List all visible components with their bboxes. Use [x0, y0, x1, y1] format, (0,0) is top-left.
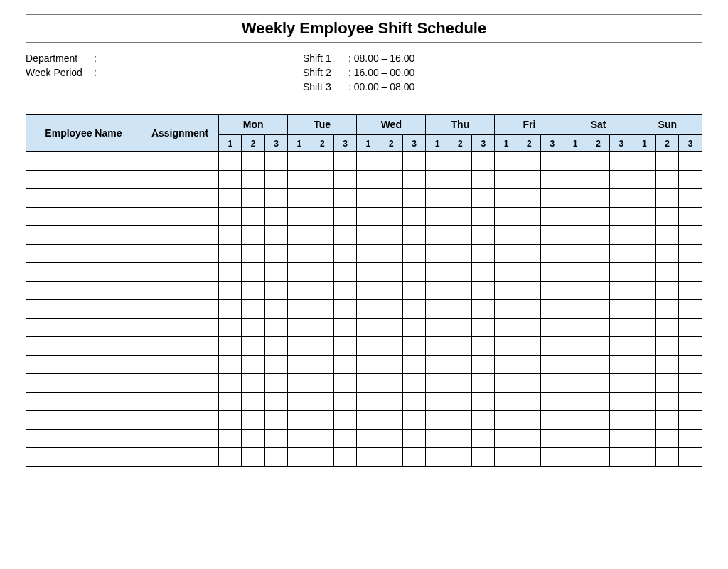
- cell-shift[interactable]: [449, 300, 471, 319]
- cell-shift[interactable]: [518, 282, 540, 300]
- cell-shift[interactable]: [426, 411, 449, 430]
- cell-employee-name[interactable]: [26, 226, 141, 245]
- cell-shift[interactable]: [495, 393, 518, 411]
- cell-shift[interactable]: [333, 245, 356, 263]
- cell-shift[interactable]: [426, 208, 449, 226]
- cell-employee-name[interactable]: [26, 189, 141, 208]
- cell-shift[interactable]: [242, 208, 264, 226]
- cell-shift[interactable]: [357, 263, 380, 282]
- cell-shift[interactable]: [541, 356, 564, 374]
- cell-shift[interactable]: [564, 448, 587, 467]
- cell-shift[interactable]: [518, 171, 540, 189]
- cell-shift[interactable]: [402, 226, 425, 245]
- cell-shift[interactable]: [518, 374, 540, 393]
- cell-shift[interactable]: [472, 411, 495, 430]
- cell-shift[interactable]: [655, 263, 678, 282]
- cell-shift[interactable]: [541, 300, 564, 319]
- cell-shift[interactable]: [495, 356, 518, 374]
- cell-shift[interactable]: [242, 356, 264, 374]
- cell-shift[interactable]: [564, 430, 587, 448]
- cell-shift[interactable]: [357, 152, 380, 171]
- cell-shift[interactable]: [288, 189, 311, 208]
- cell-shift[interactable]: [426, 448, 449, 467]
- cell-shift[interactable]: [564, 411, 587, 430]
- cell-shift[interactable]: [402, 411, 425, 430]
- cell-shift[interactable]: [380, 448, 402, 467]
- cell-shift[interactable]: [288, 152, 311, 171]
- cell-assignment[interactable]: [141, 189, 218, 208]
- cell-shift[interactable]: [288, 300, 311, 319]
- cell-shift[interactable]: [333, 356, 356, 374]
- cell-shift[interactable]: [679, 282, 702, 300]
- cell-shift[interactable]: [495, 152, 518, 171]
- cell-shift[interactable]: [380, 337, 402, 356]
- cell-shift[interactable]: [449, 208, 471, 226]
- cell-shift[interactable]: [402, 152, 425, 171]
- cell-shift[interactable]: [518, 245, 540, 263]
- cell-shift[interactable]: [679, 263, 702, 282]
- cell-shift[interactable]: [219, 448, 242, 467]
- cell-shift[interactable]: [472, 189, 495, 208]
- cell-shift[interactable]: [655, 356, 678, 374]
- cell-shift[interactable]: [633, 226, 655, 245]
- cell-shift[interactable]: [564, 356, 587, 374]
- cell-shift[interactable]: [495, 430, 518, 448]
- cell-shift[interactable]: [587, 171, 609, 189]
- cell-shift[interactable]: [219, 300, 242, 319]
- cell-shift[interactable]: [426, 245, 449, 263]
- cell-shift[interactable]: [333, 263, 356, 282]
- cell-shift[interactable]: [564, 226, 587, 245]
- cell-shift[interactable]: [426, 152, 449, 171]
- cell-shift[interactable]: [541, 319, 564, 337]
- cell-shift[interactable]: [679, 448, 702, 467]
- cell-shift[interactable]: [242, 337, 264, 356]
- cell-shift[interactable]: [264, 411, 287, 430]
- cell-shift[interactable]: [426, 189, 449, 208]
- cell-shift[interactable]: [357, 374, 380, 393]
- cell-shift[interactable]: [357, 300, 380, 319]
- cell-shift[interactable]: [655, 393, 678, 411]
- cell-shift[interactable]: [449, 152, 471, 171]
- cell-shift[interactable]: [380, 263, 402, 282]
- cell-shift[interactable]: [426, 356, 449, 374]
- cell-shift[interactable]: [426, 319, 449, 337]
- cell-shift[interactable]: [264, 374, 287, 393]
- cell-shift[interactable]: [264, 245, 287, 263]
- cell-shift[interactable]: [449, 356, 471, 374]
- cell-shift[interactable]: [679, 152, 702, 171]
- cell-shift[interactable]: [564, 263, 587, 282]
- cell-shift[interactable]: [541, 263, 564, 282]
- cell-employee-name[interactable]: [26, 356, 141, 374]
- cell-shift[interactable]: [380, 245, 402, 263]
- cell-shift[interactable]: [610, 430, 633, 448]
- cell-shift[interactable]: [242, 189, 264, 208]
- cell-shift[interactable]: [219, 263, 242, 282]
- cell-shift[interactable]: [357, 282, 380, 300]
- cell-shift[interactable]: [541, 226, 564, 245]
- cell-shift[interactable]: [333, 411, 356, 430]
- cell-employee-name[interactable]: [26, 430, 141, 448]
- cell-shift[interactable]: [402, 356, 425, 374]
- cell-assignment[interactable]: [141, 319, 218, 337]
- cell-shift[interactable]: [655, 152, 678, 171]
- cell-shift[interactable]: [380, 319, 402, 337]
- cell-shift[interactable]: [311, 245, 333, 263]
- cell-shift[interactable]: [380, 300, 402, 319]
- cell-shift[interactable]: [655, 189, 678, 208]
- cell-shift[interactable]: [633, 319, 655, 337]
- cell-shift[interactable]: [311, 430, 333, 448]
- cell-shift[interactable]: [518, 300, 540, 319]
- cell-shift[interactable]: [633, 374, 655, 393]
- cell-shift[interactable]: [242, 263, 264, 282]
- cell-shift[interactable]: [472, 263, 495, 282]
- cell-shift[interactable]: [264, 226, 287, 245]
- cell-shift[interactable]: [288, 245, 311, 263]
- cell-shift[interactable]: [288, 411, 311, 430]
- cell-shift[interactable]: [541, 337, 564, 356]
- cell-shift[interactable]: [380, 282, 402, 300]
- cell-employee-name[interactable]: [26, 208, 141, 226]
- cell-shift[interactable]: [402, 337, 425, 356]
- cell-shift[interactable]: [564, 208, 587, 226]
- cell-shift[interactable]: [380, 226, 402, 245]
- cell-shift[interactable]: [587, 282, 609, 300]
